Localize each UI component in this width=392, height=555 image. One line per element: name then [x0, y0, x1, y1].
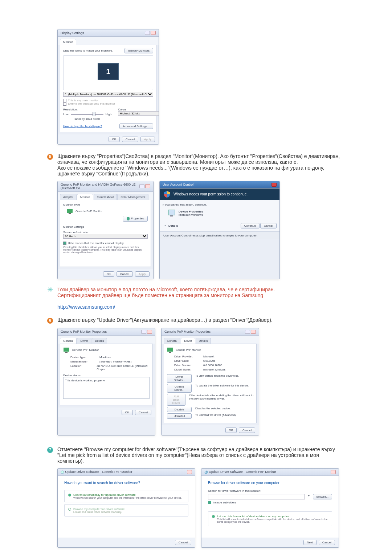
- tab-color[interactable]: Color Management: [117, 194, 148, 200]
- svg-rect-11: [169, 352, 171, 353]
- cancel-button[interactable]: Cancel: [239, 428, 255, 433]
- monitor-select[interactable]: 1. (Multiple Monitors) on NVIDIA GeForce…: [63, 92, 153, 97]
- advanced-settings-button[interactable]: Advanced Settings...: [119, 123, 153, 129]
- uninstall-button[interactable]: Uninstall: [167, 413, 192, 419]
- step-7-text: Отметнете "Browse my computer for driver…: [57, 446, 345, 464]
- next-button[interactable]: Next: [303, 540, 317, 545]
- update-driver-wizard-2: Update Driver Software - Generic PnP Mon…: [201, 468, 339, 548]
- svg-rect-0: [67, 209, 73, 213]
- monitor-small-icon: [167, 347, 173, 353]
- step-6-text: Щракнете върху "Update Driver"(Актуализи…: [57, 317, 345, 323]
- identify-monitors-button[interactable]: Identify Monitors: [124, 48, 153, 53]
- svg-rect-2: [168, 210, 175, 215]
- update-driver-wizard-1: Update Driver Software - Generic PnP Mon…: [57, 468, 195, 548]
- shield-icon: [163, 191, 171, 198]
- close-icon[interactable]: [271, 183, 277, 187]
- min-icon[interactable]: [145, 31, 150, 35]
- svg-rect-9: [65, 352, 68, 353]
- path-input[interactable]: [208, 494, 305, 499]
- drag-text: Drag the icons to match your monitors.: [63, 49, 113, 52]
- uac-heading: Windows needs your permission to contion…: [173, 192, 248, 196]
- browse-button[interactable]: Browse...: [313, 494, 332, 499]
- tab-details[interactable]: Details: [92, 338, 107, 344]
- samsung-link[interactable]: http://www.samsung.com/: [57, 304, 115, 310]
- monitor-small-icon: [63, 347, 70, 353]
- driver-details-button[interactable]: Driver Details...: [167, 374, 192, 383]
- help-icon[interactable]: [141, 330, 146, 334]
- tab-driver[interactable]: Driver: [77, 338, 91, 344]
- step-5-text: Щракнете върху "Properties"(Свойства) в …: [57, 153, 345, 177]
- colors-select[interactable]: Highest (32 bit): [118, 111, 159, 116]
- properties-button[interactable]: Properties: [123, 216, 148, 222]
- close-icon[interactable]: [151, 31, 156, 35]
- tab-general[interactable]: General: [164, 338, 180, 344]
- cancel-button[interactable]: Cancel: [175, 540, 191, 545]
- help-icon[interactable]: [139, 184, 144, 188]
- note-line1: Този драйвер за монитор е под логото на …: [57, 287, 275, 292]
- details-toggle[interactable]: Details: [168, 224, 178, 227]
- resolution-slider[interactable]: [93, 112, 95, 116]
- cancel-button[interactable]: Cancel: [260, 223, 277, 228]
- note-line2: Сертифицираният драйвер ще бъде поместен…: [57, 292, 263, 298]
- step-6-bullet: 6: [47, 318, 53, 324]
- pnp-properties-general: Generic PnP Monitor Properties General D…: [57, 328, 155, 436]
- close-icon[interactable]: [145, 184, 150, 188]
- close-icon[interactable]: [251, 330, 256, 334]
- back-icon[interactable]: [61, 470, 64, 474]
- ok-button[interactable]: OK: [122, 410, 133, 415]
- tab-driver[interactable]: Driver: [181, 338, 195, 344]
- apply-button[interactable]: Apply: [135, 271, 150, 277]
- ok-button[interactable]: OK: [103, 271, 115, 277]
- svg-rect-10: [167, 348, 173, 352]
- app-icon: [168, 209, 176, 217]
- svg-rect-1: [69, 213, 71, 214]
- back-icon[interactable]: [204, 470, 208, 474]
- svg-point-13: [205, 471, 208, 474]
- continue-button[interactable]: Continue: [241, 223, 260, 228]
- cancel-button[interactable]: Cancel: [135, 410, 151, 415]
- chevron-down-icon[interactable]: [163, 223, 167, 228]
- close-icon[interactable]: [187, 470, 192, 474]
- monitor-properties-window: Generic PnP Monitor and NVIDIA GeForce 6…: [57, 181, 154, 279]
- device-status: This device is working properly.: [63, 377, 150, 399]
- display-settings-window: Display Settings Monitor Drag the icons …: [57, 29, 159, 145]
- window-title: User Account Control: [163, 183, 193, 186]
- cancel-button[interactable]: Cancel: [122, 137, 138, 142]
- ok-button[interactable]: OK: [109, 137, 120, 142]
- radio-auto[interactable]: [68, 494, 71, 497]
- tab-troubleshoot[interactable]: Troubleshoot: [94, 194, 117, 200]
- tab-general[interactable]: General: [60, 338, 77, 344]
- disable-button[interactable]: Disable: [167, 407, 192, 412]
- tab-adapter[interactable]: Adapter: [60, 194, 77, 200]
- shield-icon: [126, 217, 130, 220]
- svg-rect-8: [64, 348, 69, 352]
- monitor-icon[interactable]: 1: [98, 63, 119, 80]
- close-icon[interactable]: [147, 330, 152, 334]
- step-5-bullet: 5: [47, 154, 53, 160]
- svg-rect-3: [170, 215, 173, 216]
- help-link[interactable]: How do I get the best display?: [63, 125, 102, 128]
- note-icon: [47, 287, 53, 292]
- window-title: Generic PnP Monitor and NVIDIA GeForce 6…: [61, 183, 139, 190]
- radio-browse[interactable]: [68, 508, 71, 511]
- apply-button[interactable]: Apply: [140, 137, 155, 142]
- help-icon[interactable]: [245, 330, 250, 334]
- radio-pick[interactable]: [212, 515, 215, 518]
- wizard-heading: Browse for driver software on your compu…: [208, 481, 332, 485]
- close-icon[interactable]: [331, 470, 336, 474]
- uac-window: User Account Control Windows needs your …: [159, 181, 280, 279]
- cancel-button[interactable]: Cancel: [117, 271, 133, 277]
- refresh-rate-select[interactable]: 60 Hertz: [63, 234, 148, 239]
- window-title: Display Settings: [61, 31, 84, 35]
- rollback-button[interactable]: Roll Back Driver: [167, 394, 185, 406]
- ok-button[interactable]: OK: [225, 428, 237, 433]
- wizard-heading: How do you want to search for driver sof…: [64, 481, 188, 485]
- tab-details[interactable]: Details: [196, 338, 211, 344]
- tab-monitor[interactable]: Monitor: [77, 194, 93, 200]
- cancel-button[interactable]: Cancel: [319, 540, 335, 545]
- svg-point-12: [61, 471, 64, 474]
- monitor-small-icon: [66, 208, 73, 215]
- pnp-properties-driver: Generic PnP Monitor Properties General D…: [161, 328, 259, 436]
- update-driver-button[interactable]: Update Driver...: [167, 384, 192, 393]
- tab-monitor[interactable]: Monitor: [60, 39, 76, 45]
